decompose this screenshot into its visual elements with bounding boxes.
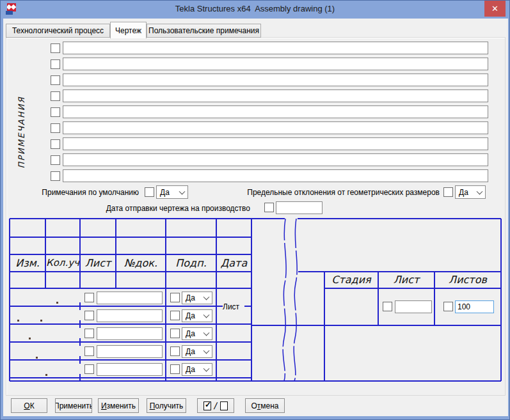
chevron-down-icon [477,188,483,194]
revision-flag-checkbox[interactable] [170,364,180,374]
sheet-checkbox[interactable] [383,302,392,311]
revision-flag-checkbox[interactable] [170,293,180,302]
note-checkbox-6[interactable] [51,123,60,133]
send-date-input[interactable] [276,201,323,214]
close-icon[interactable]: ✕ [484,1,506,17]
revision-input[interactable] [97,327,163,340]
revision-flag-checkbox[interactable] [170,311,180,320]
note-checkbox-2[interactable] [51,59,60,69]
note-input-8[interactable] [63,153,488,166]
note-input-4[interactable] [63,89,488,102]
col-header-sheets-total: Листов [434,274,501,286]
toggle-all-checkboxes-button[interactable]: ✓ / [197,398,234,413]
revision-checkbox[interactable] [84,346,94,356]
col-header-data: Дата [216,257,251,269]
tolerances-combo[interactable]: Да [455,185,486,199]
checkbox-unchecked-icon [220,401,228,410]
note-checkbox-9[interactable] [51,171,60,181]
col-header-list: Лист [80,257,116,269]
sheets-total-checkbox[interactable] [443,302,453,311]
note-checkbox-4[interactable] [51,91,60,101]
default-notes-checkbox[interactable] [145,187,154,197]
revision-combo[interactable]: Да [182,309,212,322]
ok-button[interactable]: ОК [11,398,47,413]
note-checkbox-7[interactable] [51,139,60,149]
revision-combo[interactable]: Да [182,363,212,376]
send-date-label: Дата отправки чертежа на производство [97,204,250,213]
note-checkbox-3[interactable] [51,75,60,85]
note-input-2[interactable] [63,58,488,70]
sheets-total-input[interactable] [455,300,494,313]
get-button[interactable]: Получить [147,398,186,413]
note-input-5[interactable] [63,105,488,118]
chevron-down-icon [179,188,186,194]
revision-input[interactable] [97,309,163,322]
note-input-9[interactable] [63,169,488,182]
revision-combo[interactable]: Да [182,292,212,304]
sheet-input[interactable] [395,300,432,313]
cancel-button[interactable]: Отмена [245,398,285,413]
tab-user-notes[interactable]: Пользовательские примечания [147,24,261,38]
chevron-down-icon [203,348,210,354]
table-mark [36,357,38,359]
default-notes-label: Примечания по умолчанию [13,188,139,197]
note-input-1[interactable] [63,42,488,54]
col-header-sheet: Лист [378,274,434,286]
chevron-down-icon [203,366,210,372]
title-bar: Tekla Structures x64 Assembly drawing (1… [1,1,509,19]
note-input-6[interactable] [63,121,488,134]
revision-input[interactable] [97,345,163,358]
sheet-field-label: Лист [223,302,244,311]
revision-checkbox[interactable] [84,364,94,374]
apply-button[interactable]: Применить [55,398,92,413]
table-mark [56,302,58,304]
revision-input[interactable] [97,292,163,304]
tab-tech-process[interactable]: Технологический процесс [6,24,110,38]
default-notes-combo[interactable]: Да [156,185,188,199]
dialog-window: Tekla Structures x64 Assembly drawing (1… [0,0,510,420]
tolerances-checkbox[interactable] [443,187,453,197]
table-mark [29,338,31,339]
table-mark [40,320,42,322]
revision-flag-checkbox[interactable] [170,346,180,356]
tolerances-label: Предельные отклонения от геометрических … [244,188,440,197]
tab-drawing[interactable]: Чертеж [110,22,147,38]
notes-side-label: ПРИМЕЧАНИЯ [17,94,27,171]
modify-button[interactable]: Изменить [98,398,139,413]
revision-flag-checkbox[interactable] [170,329,180,338]
revision-combo[interactable]: Да [182,327,212,340]
col-header-podp: Подп. [166,257,216,269]
checkbox-checked-icon: ✓ [203,401,211,410]
note-input-7[interactable] [63,137,488,150]
note-input-3[interactable] [63,74,488,86]
chevron-down-icon [203,294,210,300]
note-checkbox-8[interactable] [51,155,60,165]
table-mark [45,374,47,376]
col-header-koluch: Кол.уч [45,257,80,268]
revision-checkbox[interactable] [84,293,94,302]
note-checkbox-5[interactable] [51,107,60,117]
col-header-izm: Изм. [10,257,45,269]
send-date-checkbox[interactable] [264,203,274,212]
chevron-down-icon [203,312,210,318]
revision-checkbox[interactable] [84,311,94,320]
col-header-stage: Стадия [324,274,378,286]
revision-input[interactable] [97,363,163,376]
table-mark [17,320,19,322]
revision-checkbox[interactable] [84,329,94,338]
revision-combo[interactable]: Да [182,345,212,358]
window-title: Tekla Structures x64 Assembly drawing (1… [1,4,509,13]
chevron-down-icon [203,330,210,336]
title-block-grid [1,217,510,384]
col-header-ndok: №док. [116,257,166,269]
note-checkbox-1[interactable] [51,43,60,53]
